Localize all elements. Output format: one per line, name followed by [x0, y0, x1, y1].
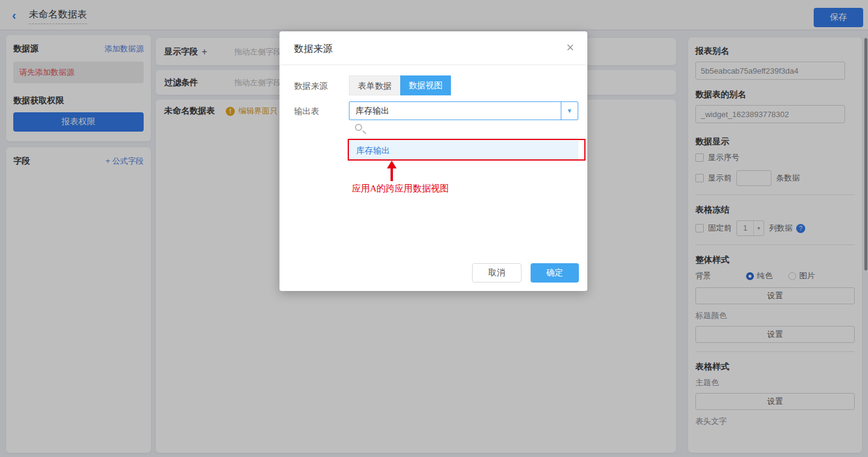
data-source-modal: 数据来源 × 数据来源 表单数据 数据视图 输出表 库存输出 ▼ 库存输出 取消…	[279, 31, 587, 291]
close-icon[interactable]: ×	[566, 41, 574, 54]
dropdown-search-input[interactable]	[349, 122, 578, 138]
app-root: ‹ 未命名数据表 保存 数据源 添加数据源 请先添加数据源 数据获取权限 报表权…	[0, 0, 868, 457]
output-table-label: 输出表	[294, 106, 319, 117]
annotation-text: 应用A的跨应用数据视图	[352, 183, 449, 194]
chevron-down-icon[interactable]: ▼	[561, 102, 578, 120]
output-table-value: 库存输出	[349, 102, 561, 120]
annotation-arrow-stem	[391, 168, 393, 181]
confirm-button[interactable]: 确定	[531, 263, 579, 283]
annotation-highlight-box	[348, 139, 586, 161]
source-type-tabs: 表单数据 数据视图	[349, 75, 451, 95]
search-icon	[355, 124, 362, 131]
tab-data-view[interactable]: 数据视图	[400, 75, 451, 95]
tab-form-data[interactable]: 表单数据	[349, 75, 400, 95]
modal-header: 数据来源 ×	[279, 31, 587, 65]
output-table-select[interactable]: 库存输出 ▼	[349, 101, 578, 120]
source-type-label: 数据来源	[294, 81, 328, 92]
modal-footer: 取消 确定	[472, 263, 579, 283]
modal-title: 数据来源	[294, 43, 333, 56]
cancel-button[interactable]: 取消	[472, 263, 522, 283]
